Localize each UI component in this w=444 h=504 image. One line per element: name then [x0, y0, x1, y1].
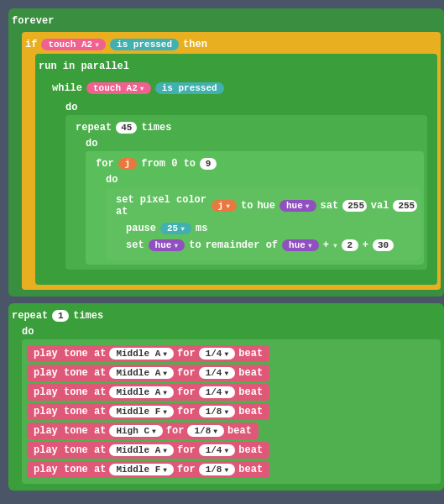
beat-label-0: beat	[238, 348, 263, 360]
set-pixel-var[interactable]: j ▼	[212, 200, 237, 212]
play-tone-at-label: play tone at	[34, 386, 106, 398]
duration-dropdown-icon[interactable]: ▼	[224, 389, 228, 396]
play-tone-at-label: play tone at	[34, 444, 106, 456]
duration-dropdown-icon[interactable]: ▼	[224, 350, 228, 358]
play-tone-at-label: play tone at	[34, 348, 106, 360]
set-hue-plus: +	[323, 238, 329, 253]
for-block: for j from 0 to 9 do	[86, 151, 424, 265]
for-from-label: from 0 to	[141, 156, 196, 171]
for-var-pill[interactable]: j	[118, 158, 138, 170]
note-dropdown-icon[interactable]: ▼	[163, 389, 167, 396]
tone-note-pill-1[interactable]: Middle A ▼	[109, 367, 174, 379]
tone-row-0: play tone at Middle A ▼ for 1/4 ▼ beat	[27, 345, 436, 362]
do-outer-label: do	[65, 100, 77, 115]
repeat-block: repeat 45 times do for	[65, 115, 427, 270]
while-touch-pill[interactable]: touch A2 ▼	[86, 82, 151, 94]
set-hue-remainder: remainder of	[206, 238, 278, 253]
set-hue-dropdown-icon[interactable]: ▼	[174, 242, 178, 249]
while-row: while touch A2 ▼ is pressed	[52, 81, 431, 96]
duration-dropdown-icon[interactable]: ▼	[224, 370, 228, 377]
set-pixel-to: to	[241, 198, 253, 213]
tone-duration-pill-6[interactable]: 1/8 ▼	[199, 464, 236, 475]
pause-ms-pill[interactable]: 25 ▼	[160, 223, 191, 234]
set-hue-plus2: +	[363, 238, 368, 253]
for-do-indent: do set pixel color at j ▼	[106, 173, 420, 260]
bottom-repeat-count[interactable]: 1	[52, 310, 69, 322]
tone-duration-pill-2[interactable]: 1/4 ▼	[199, 386, 236, 398]
play-tone-block-3: play tone at Middle F ▼ for 1/8 ▼ beat	[27, 403, 269, 420]
tone-duration-pill-4[interactable]: 1/8 ▼	[187, 425, 224, 437]
bottom-do-indent: do play tone at Middle A ▼ for 1/4 ▼ bea…	[22, 325, 441, 484]
for-label-5: for	[177, 444, 196, 456]
do-outer-block: do repeat 45 times do	[52, 97, 431, 275]
set-hue-hue-dropdown-icon[interactable]: ▼	[308, 242, 312, 249]
repeat-count[interactable]: 45	[116, 122, 137, 134]
duration-dropdown-icon[interactable]: ▼	[224, 447, 228, 454]
tone-duration-pill-0[interactable]: 1/4 ▼	[199, 348, 236, 360]
tone-note-pill-2[interactable]: Middle A ▼	[109, 386, 174, 398]
beat-label-6: beat	[238, 464, 263, 475]
pixel-var-dropdown-icon[interactable]: ▼	[226, 202, 230, 210]
touch-a2-pill[interactable]: touch A2 ▼	[41, 39, 106, 50]
set-hue-hue-var[interactable]: hue ▼	[282, 239, 319, 251]
play-tone-block-4: play tone at High C ▼ for 1/8 ▼ beat	[27, 423, 259, 439]
for-label-3: for	[177, 406, 196, 417]
repeat-times: times	[141, 120, 171, 135]
set-hue-to: to	[189, 238, 201, 253]
run-parallel-row: run in parallel	[39, 59, 434, 74]
play-tone-at-label: play tone at	[34, 406, 106, 417]
note-dropdown-icon[interactable]: ▼	[152, 428, 156, 435]
duration-dropdown-icon[interactable]: ▼	[213, 428, 217, 435]
duration-dropdown-icon[interactable]: ▼	[224, 408, 228, 416]
note-dropdown-icon[interactable]: ▼	[163, 370, 167, 377]
set-pixel-val-val[interactable]: 255	[393, 200, 417, 212]
tone-note-pill-0[interactable]: Middle A ▼	[109, 348, 174, 360]
tone-duration-pill-1[interactable]: 1/4 ▼	[199, 367, 236, 379]
do-inner-label: do	[86, 136, 97, 151]
tone-note-pill-5[interactable]: Middle A ▼	[109, 444, 174, 456]
hue-var-dropdown-icon[interactable]: ▼	[306, 202, 310, 210]
play-tone-at-label: play tone at	[34, 367, 106, 379]
play-tone-block-1: play tone at Middle A ▼ for 1/4 ▼ beat	[27, 365, 269, 381]
tone-duration-pill-3[interactable]: 1/8 ▼	[199, 406, 236, 417]
beat-label-2: beat	[238, 386, 263, 398]
forever-row: forever	[12, 13, 441, 29]
pause-ms-label: ms	[196, 221, 207, 236]
set-hue-op1[interactable]: 2	[342, 239, 358, 251]
while-touch-dropdown-icon[interactable]: ▼	[140, 85, 144, 92]
note-dropdown-icon[interactable]: ▼	[163, 447, 167, 454]
if-keyword: if	[25, 37, 37, 52]
play-tone-block-2: play tone at Middle A ▼ for 1/4 ▼ beat	[27, 384, 269, 401]
set-pixel-hue-var[interactable]: hue ▼	[279, 200, 316, 212]
tone-note-pill-3[interactable]: Middle F ▼	[109, 406, 174, 417]
for-row: for j from 0 to 9	[96, 156, 420, 171]
play-tone-block-5: play tone at Middle A ▼ for 1/4 ▼ beat	[27, 442, 269, 459]
touch-dropdown-icon[interactable]: ▼	[95, 41, 99, 49]
set-pixel-sat-val[interactable]: 255	[342, 200, 367, 212]
tone-duration-pill-5[interactable]: 1/4 ▼	[199, 444, 236, 456]
note-dropdown-icon[interactable]: ▼	[163, 408, 167, 416]
while-keyword: while	[52, 81, 82, 96]
duration-dropdown-icon[interactable]: ▼	[224, 466, 228, 474]
note-dropdown-icon[interactable]: ▼	[163, 466, 167, 474]
note-dropdown-icon[interactable]: ▼	[163, 350, 167, 358]
bottom-do-label: do	[22, 324, 34, 339]
tone-row-6: play tone at Middle F ▼ for 1/8 ▼ beat	[27, 461, 436, 478]
set-hue-op2[interactable]: 30	[373, 239, 394, 251]
for-to-val[interactable]: 9	[200, 158, 217, 170]
set-hue-var[interactable]: hue ▼	[149, 239, 185, 251]
tone-note-pill-6[interactable]: Middle F ▼	[109, 464, 174, 475]
music-inner-block: play tone at Middle A ▼ for 1/4 ▼ beat p…	[22, 339, 441, 484]
tone-row-5: play tone at Middle A ▼ for 1/4 ▼ beat	[27, 442, 436, 459]
tone-note-pill-4[interactable]: High C ▼	[109, 425, 162, 437]
for-keyword: for	[96, 156, 114, 171]
set-hue-set: set	[126, 238, 144, 253]
set-pixel-row: set pixel color at j ▼ to hue	[116, 192, 417, 219]
pause-dropdown-icon[interactable]: ▼	[180, 225, 185, 233]
for-label-0: for	[177, 348, 196, 360]
bottom-repeat-row: repeat 1 times	[12, 308, 441, 323]
for-label-1: for	[177, 367, 196, 379]
bottom-repeat-keyword: repeat	[12, 308, 48, 323]
set-hue-op-dropdown-icon[interactable]: ▼	[333, 242, 337, 249]
run-parallel-block: run in parallel while touch A2 ▼ is pres…	[35, 54, 437, 285]
